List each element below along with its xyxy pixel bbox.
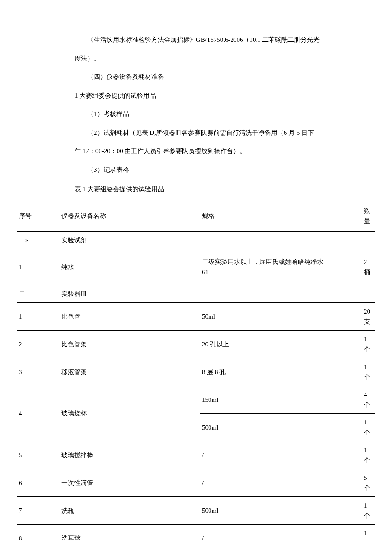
paragraph-text: 1 大赛组委会提供的试验用品 (75, 88, 358, 104)
table-cell: / (200, 441, 362, 469)
table-cell: 二 (17, 285, 60, 302)
table-cell: 玻璃搅拌棒 (60, 441, 200, 469)
table-cell: 玻璃烧杯 (60, 386, 200, 441)
table-cell: 1 个 (362, 413, 375, 441)
table-row: 7洗瓶500ml1 个 (17, 496, 375, 524)
table-cell: 1 个 (362, 358, 375, 386)
table-row: 8洗耳球/1 个 (17, 524, 375, 540)
table-row: 2比色管架20 孔以上1 个 (17, 330, 375, 358)
table-cell: 纯水 (60, 249, 200, 285)
table-cell: 7 (17, 496, 60, 524)
table-row: 6一次性滴管/5 个 (17, 469, 375, 496)
table-cell (362, 231, 375, 249)
table-cell: 一次性滴管 (60, 469, 200, 496)
table-cell: 比色管架 (60, 330, 200, 358)
table-cell: 1 (17, 302, 60, 330)
table-cell: 2 桶 (362, 249, 375, 285)
table-cell: 5 个 (362, 469, 375, 496)
table-header-row: 序号仪器及设备名称规格数量 (17, 200, 375, 231)
table-cell (200, 231, 362, 249)
table-caption: 表 1 大赛组委会提供的试验用品 (75, 181, 358, 197)
table-cell (200, 285, 362, 302)
table-row: 5玻璃搅拌棒/1 个 (17, 441, 375, 469)
table-row: —»实验试剂 (17, 231, 375, 249)
paragraph-text: （3）记录表格 (75, 162, 358, 178)
table-cell: 500ml (200, 413, 362, 441)
paragraph-text: （2）试剂耗材（见表 D,所领器皿各参赛队赛前需自行清洗干净备用（6 月 5 日… (75, 125, 358, 141)
paragraph-text: 《生活饮用水标准检验方法金属指标》GB/T5750.6-2006（10.1 二苯… (75, 32, 358, 48)
table-cell: 洗瓶 (60, 496, 200, 524)
table-cell: 2 (17, 330, 60, 358)
table-cell: 6 (17, 469, 60, 496)
table-row: 二实验器皿 (17, 285, 375, 302)
table-cell: 5 (17, 441, 60, 469)
table-header-cell: 数量 (362, 200, 375, 231)
paragraph-text: 午 17：00-20：00 由工作人员引导参赛队员摆放到操作台）。 (75, 143, 358, 160)
table-header-cell: 仪器及设备名称 (60, 200, 200, 231)
paragraph-text: （四）仪器设备及耗材准备 (75, 69, 358, 85)
table-cell: 1 个 (362, 496, 375, 524)
table-cell: 1 (17, 249, 60, 285)
table-cell: 3 (17, 358, 60, 386)
table-cell: —» (17, 231, 60, 249)
table-row: 3移液管架8 层 8 孔1 个 (17, 358, 375, 386)
table-cell: 洗耳球 (60, 524, 200, 540)
table-cell: 4 (17, 386, 60, 441)
table-cell (362, 285, 375, 302)
table-cell: 1 个 (362, 330, 375, 358)
paragraph-text: 度法）。 (75, 51, 358, 67)
table-cell: 150ml (200, 386, 362, 413)
table-cell: 移液管架 (60, 358, 200, 386)
table-cell: 1 个 (362, 524, 375, 540)
table-row: 1纯水二级实验用水以上：屈臣氏或娃哈哈纯净水612 桶 (17, 249, 375, 285)
supplies-table: 序号仪器及设备名称规格数量—»实验试剂1纯水二级实验用水以上：屈臣氏或娃哈哈纯净… (17, 200, 375, 540)
table-cell: 二级实验用水以上：屈臣氏或娃哈哈纯净水61 (200, 249, 362, 285)
table-cell: / (200, 469, 362, 496)
table-cell: 实验器皿 (60, 285, 200, 302)
table-cell: 8 层 8 孔 (200, 358, 362, 386)
table-header-cell: 序号 (17, 200, 60, 231)
table-row: 4玻璃烧杯150ml4 个 (17, 386, 375, 413)
table-cell: 4 个 (362, 386, 375, 413)
table-cell: 20 支 (362, 302, 375, 330)
table-cell: 500ml (200, 496, 362, 524)
table-cell: 8 (17, 524, 60, 540)
table-cell: 实验试剂 (60, 231, 200, 249)
table-cell: / (200, 524, 362, 540)
table-cell: 1 个 (362, 441, 375, 469)
table-cell: 50ml (200, 302, 362, 330)
paragraph-text: （1）考核样品 (75, 106, 358, 122)
table-cell: 20 孔以上 (200, 330, 362, 358)
table-row: 1比色管50ml20 支 (17, 302, 375, 330)
table-header-cell: 规格 (200, 200, 362, 231)
table-cell: 比色管 (60, 302, 200, 330)
